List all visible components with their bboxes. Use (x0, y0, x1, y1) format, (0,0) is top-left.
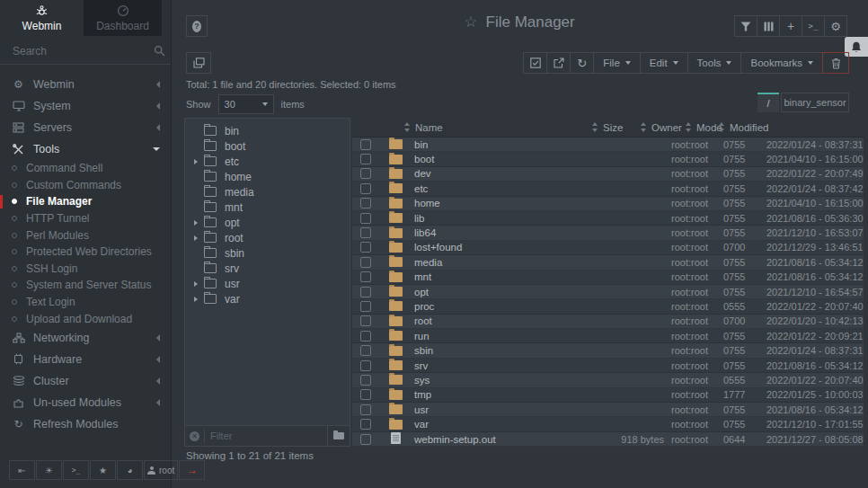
edit-menu-button[interactable]: Edit (640, 52, 688, 74)
row-checkbox[interactable] (360, 375, 371, 386)
table-row-root[interactable]: root root:root 0700 2022/01/20 - 10:42:1… (352, 315, 864, 329)
sidebar-item-custom-commands[interactable]: Custom Commands (0, 177, 171, 194)
row-checkbox[interactable] (360, 287, 371, 297)
table-row-etc[interactable]: etc root:root 0755 2022/01/24 - 08:37:42 (352, 182, 864, 196)
new-button[interactable]: + (779, 15, 802, 37)
sidebar-item-ssh-login[interactable]: SSH Login (0, 261, 171, 278)
column-header-modified[interactable]: Modified (719, 118, 768, 137)
row-checkbox[interactable] (360, 315, 371, 326)
table-row-srv[interactable]: srv root:root 0755 2021/08/16 - 05:34:12 (352, 359, 864, 373)
tree-item-boot[interactable]: boot (185, 138, 350, 154)
sidebar-item-refresh-modules[interactable]: ↻ Refresh Modules (0, 413, 171, 435)
file-name[interactable]: tmp (412, 389, 561, 400)
column-header-mode[interactable]: Mode (686, 118, 722, 137)
favorites-button[interactable]: ★ (90, 460, 116, 480)
table-row-usr[interactable]: usr root:root 0755 2021/08/16 - 05:34:12 (352, 403, 864, 417)
table-row-media[interactable]: media root:root 0755 2021/08/16 - 05:34:… (352, 255, 864, 270)
expand-caret-icon[interactable] (194, 235, 198, 241)
sidebar-item-tools[interactable]: Tools (0, 138, 171, 160)
row-checkbox[interactable] (360, 242, 371, 253)
table-row-dev[interactable]: dev root:root 0755 2022/01/22 - 20:07:49 (352, 167, 864, 182)
table-row-var[interactable]: var root:root 0755 2021/12/10 - 17:01:55 (352, 417, 864, 431)
file-name[interactable]: sys (412, 375, 561, 386)
expand-caret-icon[interactable] (194, 281, 198, 287)
file-name[interactable]: home (412, 198, 561, 209)
tree-item-etc[interactable]: etc (185, 154, 350, 169)
tree-item-bin[interactable]: bin (185, 123, 350, 138)
file-name[interactable]: run (412, 331, 561, 342)
tree-item-usr[interactable]: usr (185, 276, 350, 291)
table-row-sbin[interactable]: sbin root:root 0755 2022/01/24 - 08:37:3… (352, 343, 864, 358)
table-row-lib64[interactable]: lib64 root:root 0755 2021/12/10 - 16:53:… (352, 226, 864, 240)
column-header-size[interactable]: Size (592, 118, 623, 137)
table-row-opt[interactable]: opt root:root 0755 2021/12/10 - 16:54:57 (352, 285, 864, 299)
sidebar-item-networking[interactable]: Networking (0, 327, 171, 349)
tree-item-mnt[interactable]: mnt (185, 200, 350, 215)
sidebar-item-protected-web-directories[interactable]: Protected Web Directories (0, 244, 171, 261)
tab-webmin[interactable]: Webmin (0, 0, 84, 36)
table-row-tmp[interactable]: tmp root:root 1777 2022/01/25 - 10:00:03 (352, 388, 864, 403)
sidebar-item-system-and-server-status[interactable]: System and Server Status (0, 277, 171, 294)
file-name[interactable]: lost+found (412, 242, 561, 253)
table-row-boot[interactable]: boot root:root 0755 2021/04/10 - 16:15:0… (352, 152, 864, 166)
theme-button[interactable]: ☀ (36, 460, 62, 480)
stats-button[interactable]: ◕ (117, 460, 143, 480)
file-menu-button[interactable]: File (593, 52, 641, 74)
sidebar-item-command-shell[interactable]: Command Shell (0, 160, 171, 177)
row-checkbox[interactable] (360, 168, 371, 179)
row-checkbox[interactable] (360, 257, 371, 268)
row-checkbox[interactable] (360, 139, 371, 150)
show-items-select[interactable]: 30 (218, 94, 274, 114)
trash-button[interactable] (822, 52, 849, 74)
column-header-name[interactable]: Name (404, 118, 443, 137)
file-name[interactable]: sbin (412, 345, 561, 356)
sidebar-item-http-tunnel[interactable]: HTTP Tunnel (0, 210, 171, 227)
terminal-button[interactable]: >_ (63, 460, 89, 480)
table-row-proc[interactable]: proc root:root 0555 2022/01/22 - 20:07:4… (352, 299, 864, 314)
breadcrumb-root[interactable]: / (757, 93, 779, 112)
tree-item-home[interactable]: home (185, 169, 350, 184)
export-button[interactable] (546, 52, 571, 74)
table-row-lib[interactable]: lib root:root 0755 2021/08/16 - 05:36:30 (352, 211, 864, 226)
file-name[interactable]: webmin-setup.out (412, 434, 561, 445)
tree-item-opt[interactable]: opt (185, 215, 350, 230)
file-name[interactable]: media (412, 257, 561, 268)
table-row-webmin-setup-out[interactable]: webmin-setup.out 918 bytes root:root 064… (352, 432, 864, 447)
table-row-home[interactable]: home root:root 0755 2021/04/10 - 16:15:0… (352, 197, 864, 211)
row-checkbox[interactable] (360, 271, 371, 282)
tree-item-sbin[interactable]: sbin (185, 245, 350, 261)
collapse-sidebar-button[interactable]: ⇤ (9, 460, 35, 480)
row-checkbox[interactable] (360, 183, 371, 194)
file-name[interactable]: opt (412, 287, 561, 297)
sidebar-item-upload-and-download[interactable]: Upload and Download (0, 310, 171, 327)
expand-caret-icon[interactable] (194, 297, 198, 302)
shell-button[interactable]: >_ (802, 15, 825, 37)
sidebar-item-unused-modules[interactable]: Un-used Modules (0, 392, 171, 413)
clear-filter-icon[interactable]: ✕ (190, 431, 199, 441)
row-checkbox[interactable] (360, 331, 371, 342)
columns-button[interactable] (757, 15, 780, 37)
table-row-mnt[interactable]: mnt root:root 0755 2021/08/16 - 05:34:12 (352, 271, 864, 285)
breadcrumb-segment[interactable]: binary_sensor (781, 93, 849, 112)
file-name[interactable]: bin (412, 139, 561, 150)
tree-filter-input[interactable] (204, 429, 327, 443)
column-header-owner[interactable]: Owner (641, 118, 682, 137)
file-name[interactable]: mnt (412, 271, 561, 282)
tree-folder-toggle[interactable] (327, 426, 350, 446)
row-checkbox[interactable] (360, 360, 371, 371)
tree-item-media[interactable]: media (185, 184, 350, 200)
file-name[interactable]: var (412, 419, 561, 430)
copy-path-button[interactable] (186, 52, 211, 74)
refresh-button[interactable]: ↻ (570, 52, 594, 74)
sidebar-item-perl-modules[interactable]: Perl Modules (0, 226, 171, 244)
settings-button[interactable]: ⚙ (824, 15, 847, 37)
select-all-button[interactable] (523, 52, 547, 74)
file-name[interactable]: proc (412, 301, 561, 312)
table-row-run[interactable]: run root:root 0755 2022/01/22 - 20:09:21 (352, 329, 864, 343)
row-checkbox[interactable] (360, 227, 371, 238)
row-checkbox[interactable] (360, 213, 371, 224)
sidebar-item-cluster[interactable]: Cluster (0, 370, 171, 392)
row-checkbox[interactable] (360, 154, 371, 164)
expand-caret-icon[interactable] (194, 220, 198, 226)
sidebar-item-servers[interactable]: Servers (0, 117, 171, 138)
